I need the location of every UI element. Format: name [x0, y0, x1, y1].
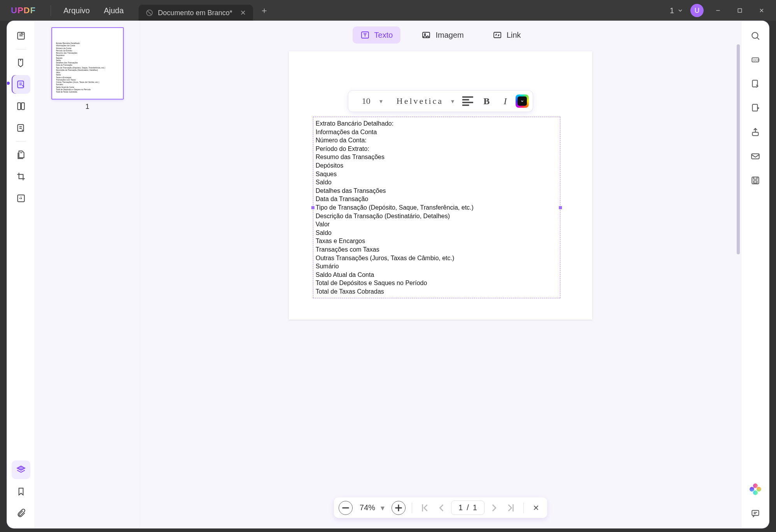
window-maximize-button[interactable]	[732, 3, 747, 18]
titlebar-right: 1 U	[670, 3, 773, 18]
window-minimize-button[interactable]	[711, 3, 725, 18]
view-count-dropdown[interactable]: 1	[670, 6, 683, 15]
tab-bar: Documento em Branco* ✕ ＋	[139, 0, 269, 21]
menu-file[interactable]: Arquivo	[56, 3, 97, 18]
svg-rect-1	[738, 9, 741, 12]
tab-title: Documento em Branco*	[158, 9, 232, 17]
window-close-button[interactable]	[754, 3, 769, 18]
titlebar: UPDF Arquivo Ajuda Documento em Branco* …	[0, 0, 776, 21]
tab-close-icon[interactable]: ✕	[240, 9, 246, 17]
document-tab[interactable]: Documento em Branco* ✕	[139, 5, 253, 21]
new-tab-button[interactable]: ＋	[260, 5, 269, 16]
menu-separator	[51, 5, 51, 16]
chevron-down-icon	[677, 7, 683, 14]
blank-doc-icon	[146, 9, 153, 17]
view-count-value: 1	[670, 6, 674, 15]
menu-help[interactable]: Ajuda	[97, 3, 131, 18]
user-avatar[interactable]: U	[690, 4, 704, 17]
app-logo: UPDF	[11, 5, 36, 16]
